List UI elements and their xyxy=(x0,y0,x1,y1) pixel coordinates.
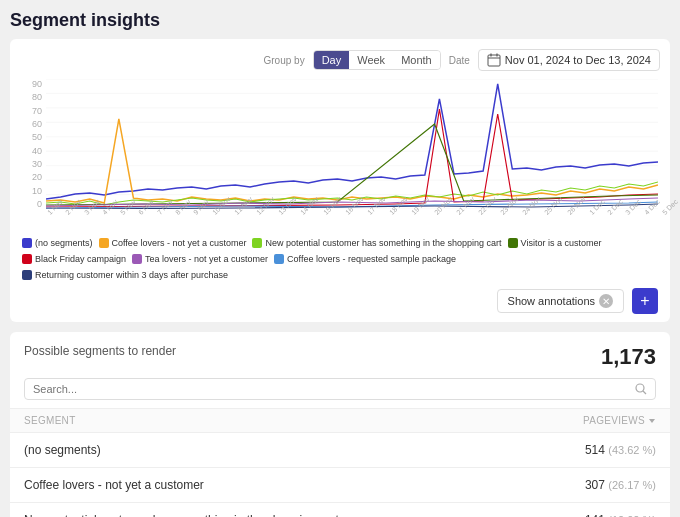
y-label-20: 20 xyxy=(32,172,42,182)
page-container: Segment insights Group by Day Week Month… xyxy=(0,0,680,517)
legend-black-friday: Black Friday campaign xyxy=(22,254,126,264)
y-label-30: 30 xyxy=(32,159,42,169)
legend-label-new-potential: New potential customer has something in … xyxy=(265,238,501,248)
close-icon: ✕ xyxy=(599,294,613,308)
legend-label-visitor: Visitor is a customer xyxy=(521,238,602,248)
segment-pct: (43.62 %) xyxy=(608,444,656,456)
date-range-text: Nov 01, 2024 to Dec 13, 2024 xyxy=(505,54,651,66)
x-label-31: 5 Dec xyxy=(661,198,679,216)
segment-pct: (26.17 %) xyxy=(608,479,656,491)
y-label-0: 0 xyxy=(37,199,42,209)
legend-dot-returning xyxy=(22,270,32,280)
legend-dot-coffee-sample xyxy=(274,254,284,264)
chart-area: 90 80 70 60 50 40 30 20 10 0 xyxy=(22,79,658,209)
chart-controls: Group by Day Week Month Date Nov 01, 202… xyxy=(264,49,661,71)
legend-dot-visitor xyxy=(508,238,518,248)
y-axis: 90 80 70 60 50 40 30 20 10 0 xyxy=(22,79,46,209)
y-label-50: 50 xyxy=(32,132,42,142)
legend-label-coffee-sample: Coffee lovers - requested sample package xyxy=(287,254,456,264)
search-box[interactable] xyxy=(24,378,656,400)
legend-label-coffee-not-yet: Coffee lovers - not yet a customer xyxy=(112,238,247,248)
month-button[interactable]: Month xyxy=(393,51,440,69)
total-count: 1,173 xyxy=(601,344,656,370)
chart-svg xyxy=(46,79,658,209)
legend-dot-tea xyxy=(132,254,142,264)
legend-no-segments: (no segments) xyxy=(22,238,93,248)
week-button[interactable]: Week xyxy=(349,51,393,69)
group-by-label: Group by xyxy=(264,55,305,66)
svg-rect-0 xyxy=(488,55,500,66)
y-label-10: 10 xyxy=(32,186,42,196)
show-annotations-label: Show annotations xyxy=(508,295,595,307)
legend-tea-lovers: Tea lovers - not yet a customer xyxy=(132,254,268,264)
y-label-60: 60 xyxy=(32,119,42,129)
segment-name: Coffee lovers - not yet a customer xyxy=(24,478,204,492)
svg-point-14 xyxy=(636,384,644,392)
sort-icon xyxy=(648,417,656,425)
legend-dot-new-potential xyxy=(252,238,262,248)
legend-coffee-not-yet: Coffee lovers - not yet a customer xyxy=(99,238,247,248)
show-annotations-button[interactable]: Show annotations ✕ xyxy=(497,289,624,313)
group-by-buttons: Day Week Month xyxy=(313,50,441,70)
search-input[interactable] xyxy=(33,383,631,395)
table-row[interactable]: (no segments) 514 (43.62 %) xyxy=(10,433,670,468)
legend-dot-coffee-not-yet xyxy=(99,238,109,248)
segment-name: New potential customer has something in … xyxy=(24,513,339,517)
table-row[interactable]: Coffee lovers - not yet a customer 307 (… xyxy=(10,468,670,503)
legend-label-no-segments: (no segments) xyxy=(35,238,93,248)
chart-card: Group by Day Week Month Date Nov 01, 202… xyxy=(10,39,670,322)
col-segment-header: SEGMENT xyxy=(24,415,76,426)
y-label-90: 90 xyxy=(32,79,42,89)
segment-count: 514 (43.62 %) xyxy=(585,443,656,457)
chart-footer: Show annotations ✕ + xyxy=(22,288,658,314)
x-axis: 1 Nov 2 Nov 3 Nov 4 Nov 5 Nov 6 Nov 7 No… xyxy=(46,211,658,218)
legend-label-tea: Tea lovers - not yet a customer xyxy=(145,254,268,264)
legend-label-black-friday: Black Friday campaign xyxy=(35,254,126,264)
search-icon xyxy=(635,383,647,395)
legend-new-potential: New potential customer has something in … xyxy=(252,238,501,248)
col-pageviews-header[interactable]: PAGEVIEWS xyxy=(583,415,656,426)
segments-header: Possible segments to render 1,173 xyxy=(10,332,670,378)
legend-returning: Returning customer within 3 days after p… xyxy=(22,270,228,280)
table-row[interactable]: New potential customer has something in … xyxy=(10,503,670,517)
day-button[interactable]: Day xyxy=(314,51,350,69)
segments-card: Possible segments to render 1,173 SEGMEN… xyxy=(10,332,670,517)
legend-coffee-sample: Coffee lovers - requested sample package xyxy=(274,254,456,264)
calendar-icon xyxy=(487,53,501,67)
y-label-70: 70 xyxy=(32,106,42,116)
chart-legend: (no segments) Coffee lovers - not yet a … xyxy=(22,238,658,280)
chart-inner xyxy=(46,79,658,209)
svg-line-15 xyxy=(643,391,646,394)
table-header: SEGMENT PAGEVIEWS xyxy=(10,408,670,433)
line-no-segments xyxy=(46,84,658,199)
segment-name: (no segments) xyxy=(24,443,101,457)
add-button[interactable]: + xyxy=(632,288,658,314)
date-range-button[interactable]: Nov 01, 2024 to Dec 13, 2024 xyxy=(478,49,660,71)
segments-rows: (no segments) 514 (43.62 %) Coffee lover… xyxy=(10,433,670,517)
y-label-40: 40 xyxy=(32,146,42,156)
segment-count: 307 (26.17 %) xyxy=(585,478,656,492)
page-title: Segment insights xyxy=(10,10,670,31)
segment-count: 141 (12.02 %) xyxy=(585,513,656,517)
legend-visitor-customer: Visitor is a customer xyxy=(508,238,602,248)
segments-title: Possible segments to render xyxy=(24,344,176,358)
date-label: Date xyxy=(449,55,470,66)
legend-dot-black-friday xyxy=(22,254,32,264)
legend-dot-no-segments xyxy=(22,238,32,248)
y-label-80: 80 xyxy=(32,92,42,102)
legend-label-returning: Returning customer within 3 days after p… xyxy=(35,270,228,280)
